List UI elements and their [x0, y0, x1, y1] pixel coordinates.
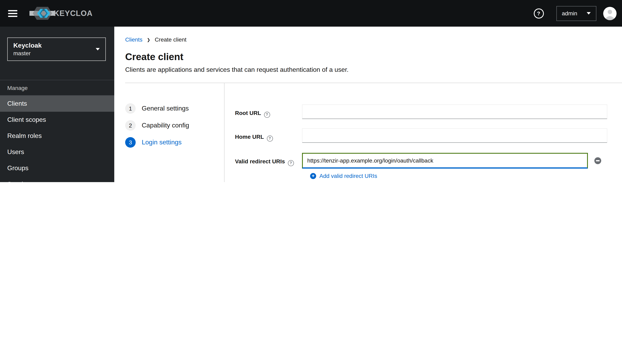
add-valid-redirect-uris-link[interactable]: + Add valid redirect URIs [310, 173, 622, 179]
root-url-label: Root URL? [235, 105, 302, 118]
home-url-input[interactable] [302, 128, 607, 143]
page-title: Create client [125, 51, 622, 62]
realm-switcher-realm: master [13, 50, 42, 57]
masthead: KEYCLOAK ? admin [0, 0, 622, 27]
wizard-step-general-settings[interactable]: 1 General settings [125, 100, 224, 117]
wizard-step-capability-config[interactable]: 2 Capability config [125, 117, 224, 134]
avatar[interactable] [603, 7, 616, 20]
login-settings-form: Root URL? Home URL? [225, 83, 622, 182]
page-subtitle: Clients are applications and services th… [125, 66, 622, 73]
sidebar-item-realm-roles[interactable]: Realm roles [0, 128, 114, 144]
valid-redirect-uris-group: Valid redirect URIs? + Add valid redirec… [235, 153, 622, 179]
username: admin [562, 10, 577, 17]
home-url-help-icon[interactable]: ? [267, 136, 273, 142]
plus-circle-icon: + [310, 173, 316, 179]
step-1-label: General settings [142, 105, 189, 112]
sidebar-item-clients[interactable]: Clients [0, 96, 114, 112]
remove-redirect-uri-button[interactable] [594, 157, 601, 164]
sidebar: Keycloak master Manage Clients Client sc… [0, 27, 114, 182]
chevron-down-icon [586, 12, 590, 15]
nav-group-manage: Manage [0, 80, 114, 95]
step-1-badge: 1 [125, 103, 136, 114]
brand-text: KEYCLOAK [54, 9, 92, 18]
root-url-input[interactable] [302, 105, 607, 119]
chevron-down-icon [96, 48, 100, 50]
breadcrumb-clients-link[interactable]: Clients [125, 36, 142, 43]
sidebar-item-sessions[interactable]: Sessions [0, 176, 114, 182]
breadcrumb-current: Create client [155, 36, 186, 43]
sidebar-item-users[interactable]: Users [0, 144, 114, 160]
main-content: Clients ❯ Create client Create client Cl… [114, 27, 622, 182]
wizard-step-login-settings[interactable]: 3 Login settings [125, 134, 224, 151]
step-2-label: Capability config [142, 122, 189, 129]
realm-switcher[interactable]: Keycloak master [7, 37, 106, 61]
valid-redirect-uris-label: Valid redirect URIs? [235, 153, 302, 166]
sidebar-item-groups[interactable]: Groups [0, 160, 114, 176]
keycloak-logo: KEYCLOAK [29, 6, 92, 20]
valid-redirect-uris-input[interactable] [302, 153, 588, 169]
breadcrumb: Clients ❯ Create client [125, 36, 622, 43]
hamburger-menu-icon[interactable] [8, 10, 17, 17]
root-url-help-icon[interactable]: ? [264, 112, 270, 118]
user-menu-dropdown[interactable]: admin [556, 6, 596, 21]
wizard-layout: 1 General settings 2 Capability config 3… [114, 83, 622, 182]
home-url-row: Home URL? [235, 128, 622, 143]
step-3-label: Login settings [142, 139, 181, 146]
step-3-badge: 3 [125, 137, 136, 148]
root-url-row: Root URL? [235, 105, 622, 119]
valid-redirect-uris-help-icon[interactable]: ? [288, 160, 294, 166]
page-header: Clients ❯ Create client Create client Cl… [114, 27, 622, 83]
keycloak-logo-icon: KEYCLOAK [29, 6, 92, 20]
home-url-label: Home URL? [235, 128, 302, 142]
keycloak-admin-console: KEYCLOAK ? admin Keycloak master Manage [0, 0, 622, 182]
minus-icon [596, 160, 600, 161]
step-2-badge: 2 [125, 120, 136, 131]
avatar-icon [603, 7, 616, 20]
breadcrumb-chevron-icon: ❯ [147, 37, 150, 42]
realm-switcher-title: Keycloak [13, 41, 42, 50]
help-icon[interactable]: ? [534, 8, 544, 18]
sidebar-item-client-scopes[interactable]: Client scopes [0, 112, 114, 128]
wizard-nav: 1 General settings 2 Capability config 3… [114, 83, 224, 182]
